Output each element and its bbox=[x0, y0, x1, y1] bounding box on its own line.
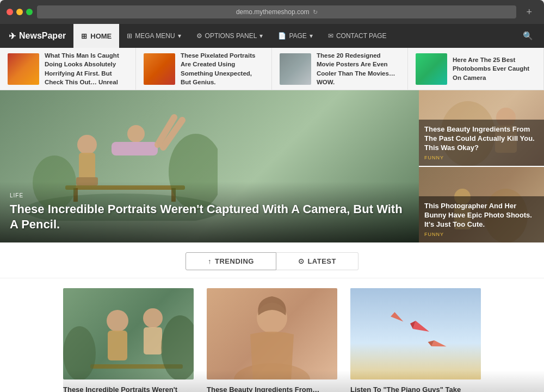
logo-text: NewsPaper bbox=[19, 31, 66, 41]
home-label: HOME bbox=[90, 32, 112, 40]
svg-rect-23 bbox=[144, 327, 162, 354]
browser-titlebar: demo.mythemeshop.com ↻ + bbox=[0, 5, 544, 24]
page-chevron: ▾ bbox=[310, 32, 313, 40]
home-icon: ⊞ bbox=[81, 32, 87, 40]
contact-label: CONTACT PAGE bbox=[336, 32, 387, 40]
hero-title: These Incredible Portraits Weren't Captu… bbox=[10, 202, 409, 233]
tab-trending[interactable]: ↑ TRENDING bbox=[186, 252, 276, 270]
nav-mega-menu[interactable]: ⊞ MEGA MENU ▾ bbox=[119, 24, 188, 48]
articles-grid: These Incredible Portraits Weren't These… bbox=[0, 278, 544, 392]
article-thumb-3 bbox=[350, 288, 481, 379]
trend-item-4[interactable]: Here Are The 25 Best Photobombs Ever Cau… bbox=[408, 48, 544, 90]
website-content: ✈ NewsPaper ⊞ HOME ⊞ MEGA MENU ▾ ⚙ OPTIO… bbox=[0, 24, 544, 392]
tabs-section: ↑ TRENDING ⊙ LATEST bbox=[0, 242, 544, 278]
hero-side-title-2: This Photographer And Her Bunny Have Epi… bbox=[424, 202, 539, 229]
new-tab-button[interactable]: + bbox=[521, 7, 537, 18]
trend-item-2[interactable]: These Pixelated Portraits Are Created Us… bbox=[136, 48, 272, 90]
svg-point-4 bbox=[127, 125, 145, 142]
page-label: PAGE bbox=[289, 32, 306, 40]
svg-rect-21 bbox=[108, 331, 127, 360]
nav-contact-page[interactable]: ✉ CONTACT PAGE bbox=[320, 24, 394, 48]
article-thumb-1 bbox=[63, 288, 194, 379]
hero-overlay: LIFE These Incredible Portraits Weren't … bbox=[0, 182, 419, 242]
minimize-button[interactable] bbox=[16, 9, 23, 15]
hero-side-item-1[interactable]: These Beauty Ingredients From The Past C… bbox=[419, 90, 544, 167]
nav-page[interactable]: 📄 PAGE ▾ bbox=[270, 24, 320, 48]
trend-text-2: These Pixelated Portraits Are Created Us… bbox=[181, 51, 264, 86]
contact-icon: ✉ bbox=[328, 32, 333, 40]
url-text: demo.mythemeshop.com bbox=[236, 8, 310, 16]
trend-item-3[interactable]: These 20 Redesigned Movie Posters Are Ev… bbox=[272, 48, 408, 90]
latest-icon: ⊙ bbox=[298, 257, 305, 265]
close-button[interactable] bbox=[7, 9, 13, 15]
tab-latest[interactable]: ⊙ LATEST bbox=[276, 252, 358, 270]
article-thumb-2 bbox=[207, 288, 337, 379]
hero-section: LIFE These Incredible Portraits Weren't … bbox=[0, 90, 544, 242]
svg-rect-5 bbox=[112, 142, 158, 155]
svg-point-20 bbox=[107, 310, 128, 332]
nav-home[interactable]: ⊞ HOME bbox=[73, 24, 119, 48]
logo[interactable]: ✈ NewsPaper bbox=[5, 31, 73, 41]
trending-label: TRENDING bbox=[215, 257, 254, 265]
hero-side-overlay-2: This Photographer And Her Bunny Have Epi… bbox=[419, 196, 544, 242]
search-button[interactable]: 🔍 bbox=[517, 31, 539, 41]
maximize-button[interactable] bbox=[26, 9, 33, 15]
logo-icon: ✈ bbox=[9, 31, 16, 41]
reload-icon[interactable]: ↻ bbox=[313, 9, 318, 16]
svg-point-1 bbox=[77, 135, 97, 154]
trend-thumb-1 bbox=[8, 53, 39, 85]
trend-thumb-4 bbox=[416, 53, 447, 85]
options-chevron: ▾ bbox=[259, 32, 263, 40]
mega-menu-chevron: ▾ bbox=[178, 32, 181, 40]
hero-side-overlay-1: These Beauty Ingredients From The Past C… bbox=[419, 120, 544, 166]
options-icon: ⚙ bbox=[196, 32, 202, 40]
trending-icon: ↑ bbox=[208, 257, 212, 265]
hero-side-title-1: These Beauty Ingredients From The Past C… bbox=[424, 125, 539, 153]
hero-side-category-2: FUNNY bbox=[424, 232, 539, 237]
svg-rect-29 bbox=[350, 288, 481, 379]
trend-thumb-3 bbox=[280, 53, 311, 85]
browser-window: demo.mythemeshop.com ↻ + ✈ NewsPaper ⊞ H… bbox=[0, 0, 544, 392]
article-card-1[interactable]: These Incredible Portraits Weren't bbox=[63, 288, 194, 392]
hero-side-category-1: FUNNY bbox=[424, 155, 539, 160]
options-label: OPTIONS PANEL bbox=[205, 32, 257, 40]
browser-dots bbox=[7, 9, 33, 15]
trend-text-4: Here Are The 25 Best Photobombs Ever Cau… bbox=[453, 55, 536, 82]
hero-category: LIFE bbox=[10, 192, 409, 198]
mega-menu-label: MEGA MENU bbox=[135, 32, 175, 40]
hero-side-item-2[interactable]: This Photographer And Her Bunny Have Epi… bbox=[419, 167, 544, 242]
trend-text-1: What This Man Is Caught Doing Looks Abso… bbox=[45, 51, 128, 86]
mega-menu-icon: ⊞ bbox=[127, 32, 132, 40]
hero-sidebar: These Beauty Ingredients From The Past C… bbox=[419, 90, 544, 242]
page-icon: 📄 bbox=[278, 32, 286, 40]
navbar: ✈ NewsPaper ⊞ HOME ⊞ MEGA MENU ▾ ⚙ OPTIO… bbox=[0, 24, 544, 48]
hero-main-article[interactable]: LIFE These Incredible Portraits Weren't … bbox=[0, 90, 419, 242]
trend-item-1[interactable]: What This Man Is Caught Doing Looks Abso… bbox=[0, 48, 136, 90]
nav-options-panel[interactable]: ⚙ OPTIONS PANEL ▾ bbox=[189, 24, 271, 48]
trending-strip: What This Man Is Caught Doing Looks Abso… bbox=[0, 48, 544, 90]
trend-text-3: These 20 Redesigned Movie Posters Are Ev… bbox=[317, 51, 400, 86]
trend-thumb-2 bbox=[144, 53, 175, 85]
svg-point-22 bbox=[143, 308, 163, 328]
latest-label: LATEST bbox=[307, 257, 336, 265]
address-bar[interactable]: demo.mythemeshop.com ↻ bbox=[37, 5, 516, 18]
